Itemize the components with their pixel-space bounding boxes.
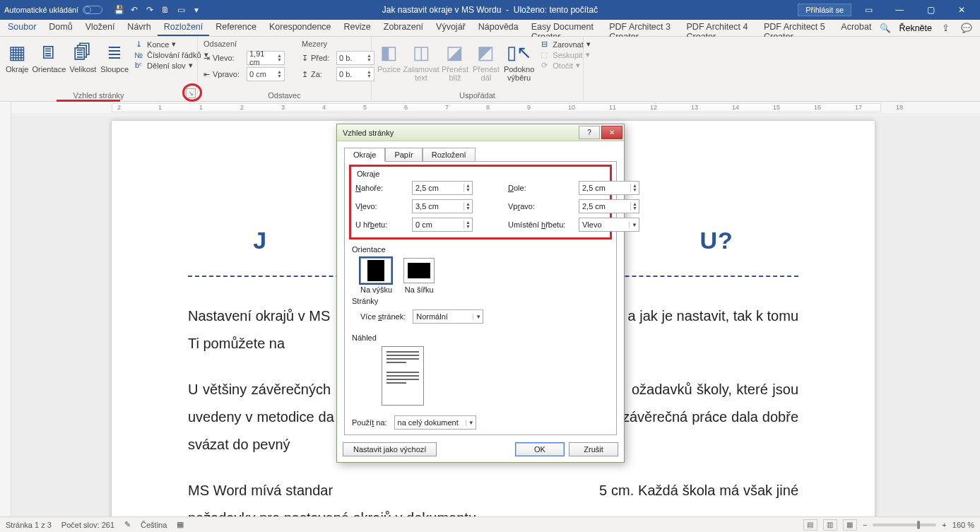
- page-setup-launcher[interactable]: ↘: [186, 88, 196, 98]
- language-button[interactable]: Čeština: [141, 521, 167, 529]
- qat-more-icon[interactable]: ▾: [190, 4, 203, 16]
- align-button[interactable]: ⊟Zarovnat ▾: [538, 40, 590, 49]
- tab-layout[interactable]: Rozložení: [158, 20, 210, 36]
- line-numbers-button[interactable]: №Číslování řádků ▾: [133, 50, 208, 59]
- indent-left-row[interactable]: ⇥Vlevo:1,91 cm▲▼: [203, 51, 285, 65]
- macro-icon[interactable]: ▦: [177, 520, 184, 529]
- orientation-button[interactable]: 🗏Orientace: [33, 40, 65, 73]
- tab-file[interactable]: Soubor: [1, 20, 42, 36]
- page-setup-dialog: Vzhled stránky ? ✕ Okraje Papír Rozložen…: [336, 124, 625, 463]
- hyphenation-icon: bᶜ: [133, 61, 144, 70]
- gutter-pos-label: Umístění hřbetu:: [508, 220, 579, 229]
- wrap-button: ◫Zalamovat text: [405, 40, 437, 82]
- word-count[interactable]: Počet slov: 261: [61, 521, 114, 529]
- paragraph-3: MS Word mívá standar 5 cm. Každá škola m…: [188, 477, 798, 516]
- autosave-toggle[interactable]: Automatické ukládání: [4, 6, 102, 14]
- view-web-icon[interactable]: ▦: [843, 519, 857, 531]
- wrap-icon: ◫: [413, 41, 430, 64]
- zoom-slider[interactable]: [873, 524, 936, 526]
- arrange-group-label: Uspořádat: [377, 91, 577, 100]
- comments-icon[interactable]: 💬: [959, 21, 974, 35]
- landscape-option[interactable]: Na šířku: [403, 258, 435, 294]
- set-default-button[interactable]: Nastavit jako výchozí: [343, 442, 437, 456]
- gutter-input[interactable]: 0 cm▲▼: [412, 218, 473, 232]
- ribbon-display-icon[interactable]: ▭: [854, 0, 882, 20]
- qat-touch-icon[interactable]: ▭: [175, 4, 187, 16]
- margins-group-title: Okraje: [355, 170, 381, 178]
- bring-forward-icon: ◪: [446, 41, 464, 64]
- spacing-header: Mezery: [302, 40, 374, 48]
- zoom-out-button[interactable]: −: [863, 521, 867, 529]
- ruler-tick: 14: [732, 104, 739, 111]
- portrait-option[interactable]: Na výšku: [360, 258, 392, 294]
- cancel-button[interactable]: Zrušit: [569, 442, 618, 456]
- minimize-icon[interactable]: —: [885, 0, 914, 20]
- tab-insert[interactable]: Vložení: [79, 20, 122, 36]
- zoom-in-button[interactable]: +: [942, 521, 946, 529]
- signin-button[interactable]: Přihlásit se: [798, 4, 851, 16]
- tab-references[interactable]: Reference: [209, 20, 263, 36]
- tab-easy-doc[interactable]: Easy Document Creator: [525, 20, 603, 36]
- ruler-tick: 16: [814, 104, 821, 111]
- horizontal-ruler[interactable]: 21123456789101112131415161718: [11, 102, 980, 114]
- bottom-input[interactable]: 2,5 cm▲▼: [579, 181, 639, 195]
- share-icon[interactable]: ⇪: [938, 21, 953, 35]
- indent-right-row[interactable]: ⇤Vpravo:0 cm▲▼: [203, 67, 285, 81]
- spellcheck-icon[interactable]: ✎: [124, 520, 131, 529]
- apply-to-select[interactable]: na celý dokument▼: [394, 415, 476, 430]
- tab-acrobat[interactable]: Acrobat: [834, 20, 878, 36]
- qat-doc-icon[interactable]: 🗎: [159, 4, 172, 16]
- tab-design[interactable]: Návrh: [121, 20, 157, 36]
- redo-icon[interactable]: ↷: [143, 4, 156, 16]
- tab-home[interactable]: Domů: [42, 20, 78, 36]
- dialog-titlebar[interactable]: Vzhled stránky ? ✕: [337, 124, 624, 141]
- vertical-ruler[interactable]: [0, 102, 11, 516]
- tab-view[interactable]: Zobrazení: [377, 20, 430, 36]
- hyphenation-button[interactable]: bᶜDělení slov ▾: [133, 61, 208, 70]
- ruler-tick: 1: [158, 104, 162, 111]
- view-print-icon[interactable]: ▥: [823, 519, 837, 531]
- page-count[interactable]: Stránka 1 z 3: [6, 521, 52, 529]
- position-button: ◧Pozice: [377, 40, 401, 73]
- dialog-tab-margins[interactable]: Okraje: [344, 148, 385, 162]
- ok-button[interactable]: OK: [515, 442, 565, 456]
- right-label: Vpravo:: [508, 202, 579, 211]
- close-icon[interactable]: ✕: [947, 0, 976, 20]
- tab-pdf4[interactable]: PDF Architect 4 Creator: [680, 20, 757, 36]
- margins-button[interactable]: ▦Okraje: [6, 40, 28, 73]
- spacing-before-row[interactable]: ↧Před:0 b.▲▼: [302, 51, 374, 65]
- left-input[interactable]: 3,5 cm▲▼: [412, 199, 473, 213]
- breaks-button[interactable]: ⤓Konce ▾: [133, 40, 208, 49]
- top-input[interactable]: 2,5 cm▲▼: [412, 181, 473, 195]
- right-input[interactable]: 2,5 cm▲▼: [579, 199, 639, 213]
- dialog-tab-layout[interactable]: Rozložení: [423, 148, 476, 162]
- ruler-tick: 5: [363, 104, 367, 111]
- save-icon[interactable]: 💾: [112, 4, 125, 16]
- undo-icon[interactable]: ↶: [128, 4, 141, 16]
- maximize-icon[interactable]: ▢: [916, 0, 945, 20]
- ribbon-tabs: Soubor Domů Vložení Návrh Rozložení Refe…: [0, 20, 980, 37]
- columns-button[interactable]: ≣Sloupce: [100, 40, 129, 73]
- page-setup-group-label: Vzhled stránky: [6, 91, 191, 100]
- selection-pane-icon: ▯↖: [507, 41, 532, 64]
- dialog-close-button[interactable]: ✕: [601, 126, 622, 139]
- window-title: Jak nastavit okraje v MS Wordu - Uloženo…: [382, 5, 598, 15]
- zoom-level[interactable]: 160 %: [952, 521, 974, 529]
- tab-pdf3[interactable]: PDF Architect 3 Creator: [603, 20, 680, 36]
- dialog-tab-paper[interactable]: Papír: [385, 148, 422, 162]
- tell-me-label[interactable]: Řekněte: [899, 23, 932, 33]
- gutter-pos-select[interactable]: Vlevo▼: [579, 218, 639, 232]
- multi-pages-select[interactable]: Normální▼: [413, 309, 483, 324]
- tab-review[interactable]: Revize: [338, 20, 377, 36]
- tab-mailings[interactable]: Korespondence: [263, 20, 338, 36]
- view-read-icon[interactable]: ▤: [803, 519, 817, 531]
- ruler-tick: 2: [240, 104, 244, 111]
- tab-help[interactable]: Nápověda: [472, 20, 525, 36]
- dialog-help-button[interactable]: ?: [579, 126, 600, 139]
- selection-pane-button[interactable]: ▯↖Podokno výběru: [504, 40, 534, 82]
- size-button[interactable]: 🗐Velikost: [69, 40, 96, 73]
- tab-pdf5[interactable]: PDF Architect 5 Creator: [757, 20, 834, 36]
- tab-developer[interactable]: Vývojář: [430, 20, 472, 36]
- search-icon[interactable]: 🔍: [878, 21, 893, 35]
- spacing-after-row[interactable]: ↥Za:0 b.▲▼: [302, 67, 374, 81]
